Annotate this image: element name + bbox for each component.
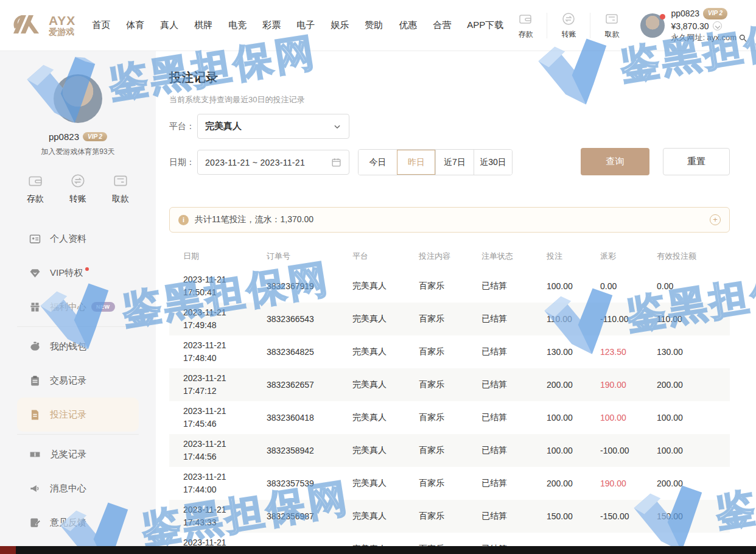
nav-item[interactable]: APP下载 (467, 19, 503, 31)
divider (590, 13, 590, 38)
cell-content: 百家乐 (419, 281, 481, 292)
bet-record-icon (29, 409, 41, 421)
cell-content: 百家乐 (419, 314, 481, 324)
cell-content: 百家乐 (419, 379, 481, 390)
header-deposit-button[interactable]: 存款 (506, 12, 544, 40)
table-row: 2023-11-2117:48:403832364825完美真人百家乐已结算13… (169, 335, 730, 368)
sidebar-withdraw-button[interactable]: 取款 (112, 173, 129, 205)
search-button[interactable]: 查询 (581, 148, 649, 175)
cell-status: 已结算 (481, 478, 547, 489)
col-header-bet: 投注 (547, 251, 600, 262)
nav-item[interactable]: 首页 (92, 19, 110, 31)
cell-status: 已结算 (481, 281, 547, 292)
range-30days-button[interactable]: 近30日 (474, 150, 512, 175)
cell-content: 百家乐 (419, 478, 481, 489)
nav-item[interactable]: 彩票 (262, 19, 281, 31)
cell-payout: 190.00 (600, 380, 657, 390)
permanent-url: 永久网址: ayx.com (671, 32, 737, 44)
nav-item[interactable]: 电子 (296, 19, 315, 31)
cell-bet: 100.00 (547, 446, 600, 455)
cell-date: 2023-11-2117:50:41 (183, 273, 267, 299)
expand-plus-icon[interactable]: + (710, 214, 721, 225)
nav-item[interactable]: 真人 (160, 19, 178, 31)
sidebar-item-profile[interactable]: 个人资料 (17, 222, 139, 256)
cell-platform: 完美真人 (352, 511, 419, 522)
quick-action-label: 取款 (604, 29, 619, 40)
nav-item[interactable]: 娱乐 (331, 19, 349, 31)
cell-order: 3832367919 (267, 281, 352, 291)
summary-text: 共计11笔投注，流水：1,370.00 (195, 214, 313, 225)
sidebar-item-messages[interactable]: 消息中心 (17, 471, 139, 505)
info-icon: i (178, 215, 189, 225)
date-range-input[interactable]: 2023-11-21 ~ 2023-11-21 (197, 150, 349, 175)
platform-select[interactable]: 完美真人 (197, 114, 349, 139)
transfer-icon (70, 173, 86, 189)
cell-bet: 200.00 (547, 380, 600, 390)
sidebar-transfer-button[interactable]: 转账 (69, 173, 86, 205)
nav-item[interactable]: 电竞 (228, 19, 247, 31)
quick-action-label: 转账 (69, 194, 86, 205)
nav-item[interactable]: 赞助 (365, 19, 383, 31)
sidebar-item-feedback[interactable]: 意见反馈 (17, 505, 139, 539)
vip-badge: VIP 2 (703, 8, 727, 19)
header-withdraw-button[interactable]: 取款 (593, 12, 631, 40)
sidebar-item-wallet[interactable]: 我的钱包 (17, 329, 139, 363)
notification-dot (85, 267, 89, 271)
sidebar-item-label: 个人资料 (50, 233, 86, 245)
cell-valid: 130.00 (657, 347, 725, 357)
sidebar-item-prize-records[interactable]: 兑奖记录 (17, 437, 139, 471)
cell-payout: 0.00 (600, 281, 657, 291)
chevron-down-icon[interactable] (713, 21, 722, 30)
cell-status: 已结算 (481, 346, 547, 357)
sidebar-item-label: VIP特权 (50, 267, 83, 279)
reset-button[interactable]: 重置 (663, 148, 730, 175)
cell-order: 3832364825 (267, 347, 352, 357)
divider (17, 434, 139, 435)
range-yesterday-button[interactable]: 昨日 (397, 150, 435, 175)
table-row: 2023-11-2117:44:003832357539完美真人百家乐已结算20… (169, 467, 730, 500)
nav-item[interactable]: 棋牌 (194, 19, 212, 31)
header-transfer-button[interactable]: 转账 (550, 12, 587, 40)
brand-logo-icon (12, 13, 44, 38)
sidebar-item-welfare[interactable]: 福利中心 NEW (17, 290, 139, 324)
chevron-down-icon (333, 122, 341, 131)
sidebar-item-label: 投注记录 (50, 409, 86, 421)
sidebar-item-vip[interactable]: VIP特权 (17, 256, 139, 290)
cell-bet: 150.00 (547, 511, 600, 521)
sidebar-item-label: 兑奖记录 (50, 449, 86, 460)
nav-item[interactable]: 体育 (126, 19, 144, 31)
table-row: 2023-11-2117:50:413832367919完美真人百家乐已结算10… (169, 270, 730, 303)
search-icon[interactable] (738, 33, 747, 43)
quick-action-label: 存款 (27, 194, 44, 205)
col-header-platform: 平台 (352, 251, 419, 262)
brand-logo[interactable]: AYX 爱游戏 (12, 13, 75, 38)
cell-date: 2023-11-2117:47:12 (183, 372, 267, 398)
table-header-row: 日期 订单号 平台 投注内容 注单状态 投注 派彩 有效投注额 (169, 243, 730, 270)
sidebar-item-transactions[interactable]: 交易记录 (17, 363, 139, 398)
cell-date: 2023-11-2117:44:00 (183, 471, 267, 496)
feedback-icon (29, 517, 41, 528)
cell-platform: 完美真人 (352, 314, 419, 324)
range-7days-button[interactable]: 近7日 (435, 150, 474, 175)
cell-bet: 100.00 (547, 413, 600, 423)
sidebar-deposit-button[interactable]: 存款 (27, 173, 44, 205)
profile-avatar[interactable] (54, 74, 102, 123)
user-avatar[interactable] (640, 13, 665, 38)
cell-order: 3832356987 (267, 511, 352, 521)
cell-valid: 100.00 (657, 446, 725, 455)
table-row: 2023-11-2117:47:123832362657完美真人百家乐已结算20… (169, 368, 730, 401)
cell-valid: 100.00 (657, 413, 725, 423)
sidebar-item-bet-records[interactable]: 投注记录 (17, 398, 139, 432)
cell-bet: 100.00 (547, 281, 600, 291)
divider (17, 326, 139, 327)
range-today-button[interactable]: 今日 (359, 150, 397, 175)
top-header: AYX 爱游戏 首页体育真人棋牌电竞彩票电子娱乐赞助优惠合营APP下载 存款 转… (0, 0, 756, 51)
nav-item[interactable]: 合营 (433, 19, 451, 31)
cell-date: 2023-11-2117:49:48 (183, 306, 267, 332)
cell-platform: 完美真人 (352, 445, 419, 456)
cell-valid: 150.00 (657, 511, 725, 521)
col-header-valid: 有效投注额 (657, 251, 725, 262)
nav-item[interactable]: 优惠 (399, 19, 417, 31)
cell-status: 已结算 (481, 412, 547, 423)
cell-status: 已结算 (481, 379, 547, 390)
